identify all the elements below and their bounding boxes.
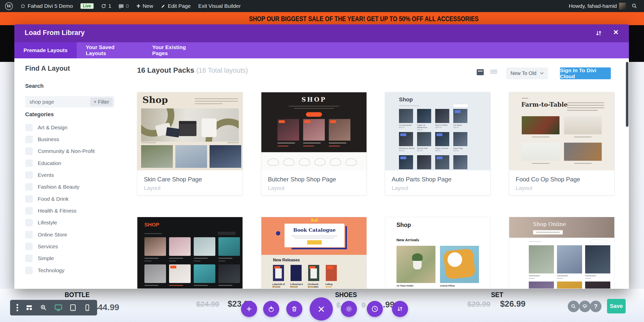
save-button[interactable]: Save bbox=[607, 299, 626, 313]
site-menu[interactable]: Fahad Divi 5 Demo bbox=[20, 3, 73, 9]
admin-search-icon[interactable] bbox=[631, 3, 637, 9]
category-label[interactable]: Simple bbox=[38, 255, 54, 261]
comments-menu[interactable]: 0 bbox=[119, 3, 129, 9]
kebab-menu-icon[interactable] bbox=[16, 304, 18, 312]
category-label[interactable]: Fashion & Beauty bbox=[38, 184, 79, 190]
account-menu[interactable]: Howdy, fahad-hamid bbox=[569, 3, 626, 10]
category-row: Art & Design bbox=[25, 124, 67, 131]
category-checkbox[interactable] bbox=[25, 255, 33, 262]
history-button[interactable] bbox=[367, 301, 383, 317]
category-label[interactable]: Online Store bbox=[38, 232, 67, 238]
category-checkbox[interactable] bbox=[25, 171, 33, 179]
product-photo bbox=[435, 155, 449, 169]
help-button[interactable]: ? bbox=[590, 301, 601, 312]
thumb-heading: Shop bbox=[399, 96, 413, 103]
category-checkbox[interactable] bbox=[25, 243, 33, 250]
product-photo bbox=[417, 132, 431, 146]
card-meta: Food Co Op Shop Page Layout bbox=[509, 170, 614, 195]
new-content-menu[interactable]: + New bbox=[136, 3, 153, 9]
search-input[interactable]: shop page + Filter bbox=[25, 96, 114, 108]
category-label[interactable]: Services bbox=[38, 244, 58, 250]
layers-button[interactable] bbox=[579, 301, 591, 312]
tab-your-saved-layouts[interactable]: Your Saved Layouts bbox=[86, 42, 134, 58]
animal-icons-strip bbox=[261, 152, 367, 170]
category-label[interactable]: Business bbox=[38, 136, 59, 142]
grid-view-icon[interactable] bbox=[477, 69, 484, 75]
category-checkbox[interactable] bbox=[25, 124, 33, 131]
thumb-heading: Shop bbox=[142, 94, 168, 105]
category-label[interactable]: Technology bbox=[38, 267, 64, 273]
category-checkbox[interactable] bbox=[25, 195, 33, 203]
page-settings-button[interactable] bbox=[341, 301, 357, 317]
wordpress-logo-icon[interactable]: W bbox=[5, 2, 13, 10]
comments-count: 0 bbox=[126, 3, 129, 9]
expand-collapse-button[interactable] bbox=[392, 301, 408, 317]
zoom-icon[interactable] bbox=[40, 304, 47, 311]
layout-card-auto-parts[interactable]: Shop Car Accessories$16.00 Engine Oil Ma… bbox=[385, 92, 491, 195]
comment-icon bbox=[119, 4, 124, 8]
sale-banner: SHOP OUR BIGGEST SALE OF THE YEAR! GET U… bbox=[0, 12, 644, 25]
product-photo bbox=[194, 237, 215, 256]
desktop-view-icon[interactable] bbox=[55, 304, 62, 311]
layout-thumbnail: SHOP bbox=[137, 217, 243, 289]
tab-premade-layouts[interactable]: Premade Layouts bbox=[14, 42, 77, 58]
delete-button[interactable] bbox=[286, 301, 302, 317]
category-label[interactable]: Food & Drink bbox=[38, 196, 69, 202]
category-checkbox[interactable] bbox=[25, 231, 33, 238]
phone-view-icon[interactable] bbox=[84, 304, 91, 311]
zoom-out-button[interactable] bbox=[568, 301, 579, 312]
tablet-view-icon[interactable] bbox=[69, 304, 76, 311]
layout-card-skin-care[interactable]: Shop bbox=[137, 92, 243, 195]
book-cover bbox=[308, 265, 319, 281]
portability-button[interactable] bbox=[263, 301, 279, 317]
category-row: Online Store bbox=[25, 231, 67, 238]
category-photo bbox=[564, 143, 602, 161]
category-checkbox[interactable] bbox=[25, 159, 33, 167]
layout-card-butcher[interactable]: SHOP bbox=[261, 92, 367, 195]
sort-arrows-icon[interactable] bbox=[595, 29, 602, 38]
close-builder-controls-button[interactable]: × bbox=[310, 297, 333, 320]
hero-image bbox=[141, 108, 239, 142]
shop-now-button bbox=[306, 112, 322, 117]
updates-menu[interactable]: 1 bbox=[101, 3, 111, 9]
product-photo bbox=[585, 245, 610, 273]
category-checkbox[interactable] bbox=[25, 267, 33, 274]
edit-page-menu[interactable]: Edit Page bbox=[161, 3, 191, 9]
category-checkbox[interactable] bbox=[25, 136, 33, 143]
category-label[interactable]: Art & Design bbox=[38, 125, 67, 131]
category-label[interactable]: Lifestyle bbox=[38, 220, 57, 226]
layout-card-sunglasses[interactable]: SHOP bbox=[137, 217, 243, 289]
live-badge: Live bbox=[80, 3, 94, 9]
layout-card-home-goods[interactable]: Shop New Arrivals Air Plant Holder Anima… bbox=[385, 217, 491, 289]
card-type: Layout bbox=[516, 185, 532, 191]
layout-thumbnail: Shop Online bbox=[509, 217, 614, 289]
category-checkbox[interactable] bbox=[25, 207, 33, 215]
sort-dropdown[interactable]: New To Old bbox=[506, 67, 548, 79]
category-checkbox[interactable] bbox=[25, 219, 33, 226]
count-subtitle: (16 Total layouts) bbox=[196, 67, 248, 74]
add-section-button[interactable] bbox=[241, 301, 257, 317]
card-title: Butcher Shop Shop Page bbox=[268, 176, 336, 183]
category-checkbox[interactable] bbox=[25, 147, 33, 155]
exit-visual-builder[interactable]: Exit Visual Builder bbox=[198, 3, 241, 9]
modal-scrollbar[interactable] bbox=[626, 62, 628, 127]
product-name: Animal Pillow bbox=[440, 285, 455, 287]
category-label[interactable]: Education bbox=[38, 160, 61, 166]
modules-icon[interactable] bbox=[26, 304, 33, 311]
book-cover bbox=[326, 265, 337, 281]
sign-in-divi-cloud-button[interactable]: Sign In To Divi Cloud bbox=[560, 67, 611, 79]
hero-section: Book Catalogue bbox=[261, 217, 367, 255]
layout-card-shop-online[interactable]: Shop Online bbox=[509, 217, 615, 289]
tab-your-existing-pages[interactable]: Your Existing Pages bbox=[152, 42, 200, 58]
category-label[interactable]: Community & Non-Profit bbox=[38, 148, 95, 154]
filter-button[interactable]: + Filter bbox=[90, 98, 113, 106]
list-view-icon[interactable] bbox=[490, 69, 497, 75]
signup-button bbox=[533, 230, 563, 234]
category-label[interactable]: Events bbox=[38, 172, 54, 178]
close-icon[interactable]: × bbox=[613, 28, 618, 36]
category-checkbox[interactable] bbox=[25, 183, 33, 191]
layout-card-book-catalogue[interactable]: Book Catalogue New Releases Labyrinth of… bbox=[261, 217, 367, 289]
layout-card-food-co-op[interactable]: Farm-to-Table Food Co Op Shop Page L bbox=[509, 92, 615, 195]
category-label[interactable]: Health & Fitness bbox=[38, 208, 76, 214]
product-photo bbox=[218, 237, 240, 256]
